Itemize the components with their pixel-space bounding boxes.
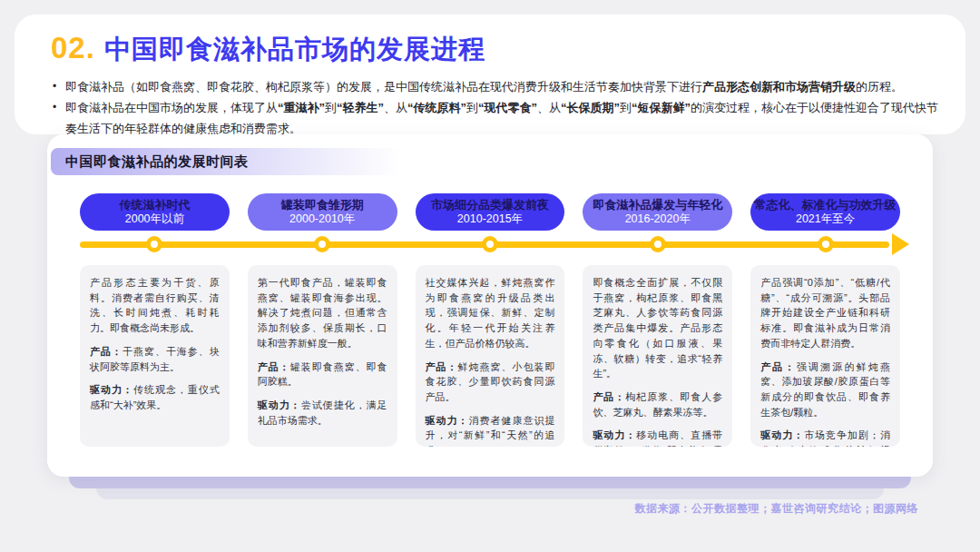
stage-pill: 即食滋补品爆发与年轻化2016-2020年 [583,193,732,231]
timeline-node-icon [314,236,330,252]
intro-bullet-list: 即食滋补品（如即食燕窝、即食花胶、枸杞原浆等）的发展，是中国传统滋补品在现代消费… [51,77,940,139]
stage-detail-box: 第一代即食产品，罐装即食燕窝、罐装即食海参出现。解决了炖煮问题，但通常含添加剂较… [248,265,397,447]
stage-period: 2016-2020年 [625,212,691,226]
stage-detail-paragraph: 产品：鲜炖燕窝、小包装即食花胶、少量即饮药食同源产品。 [426,360,555,405]
stage-period: 2000年以前 [125,212,184,226]
stage-detail-paragraph: 产品形态主要为干货、原料。消费者需自行购买、清洗、长时间炖煮、耗时耗力。即食概念… [90,275,220,336]
timeline-node-cell [416,233,565,255]
title-panel: 02. 中国即食滋补品市场的发展进程 即食滋补品（如即食燕窝、即食花胶、枸杞原浆… [15,15,965,134]
stage-name: 常态化、标准化与功效升级 [755,198,897,212]
stage-detail-paragraph: 产品：罐装即食燕窝、即食阿胶糕。 [258,360,387,389]
timeline-card-title: 中国即食滋补品的发展时间表 [51,148,432,175]
page-title: 中国即食滋补品市场的发展进程 [104,32,485,68]
timeline-card: 中国即食滋补品的发展时间表 传统滋补时代2000年以前罐装即食雏形期2000-2… [47,134,933,477]
timeline-node-icon [650,236,666,252]
stage-detail-paragraph: 产品：强调溯源的鲜炖燕窝、添加玻尿酸/胶原蛋白等新成分的即食饮品、即食养生茶包/… [760,360,890,420]
stage-name: 传统滋补时代 [119,198,190,212]
stage-detail-paragraph: 驱动力：移动电商、直播带货兴起；Z世代“朋克养生”需求爆发。 [593,428,722,447]
stage-name: 即食滋补品爆发与年轻化 [593,198,722,212]
timeline-node-cell [80,233,230,255]
stage-name: 市场细分品类爆发前夜 [431,198,549,212]
stage-pill: 罐装即食雏形期2000-2010年 [248,193,397,231]
stage-detail-paragraph: 驱动力：尝试便捷化，满足礼品市场需求。 [258,398,387,428]
stage-details-row: 产品形态主要为干货、原料。消费者需自行购买、清洗、长时间炖煮、耗时耗力。即食概念… [80,265,900,447]
stage-detail-box: 产品形态主要为干货、原料。消费者需自行购买、清洗、长时间炖煮、耗时耗力。即食概念… [80,265,230,447]
stage-detail-box: 社交媒体兴起，鲜炖燕窝作为即食燕窝的升级品类出现，强调短保、新鲜、定制化。年轻一… [416,265,565,447]
stage-detail-paragraph: 驱动力：传统观念，重仪式感和“大补”效果。 [90,382,220,412]
timeline-node-cell [248,233,397,255]
stage-period: 2021年至今 [796,212,855,226]
stage-detail-paragraph: 产品：枸杞原浆、即食人参饮、芝麻丸、酵素果冻等。 [593,389,722,419]
timeline-node-cell [750,233,900,255]
stage-detail-paragraph: 即食概念全面扩展，不仅限于燕窝，枸杞原浆、即食黑芝麻丸、人参饮等药食同源类产品集… [593,275,722,381]
stage-period: 2000-2010年 [289,212,355,226]
stage-pill: 市场细分品类爆发前夜2010-2015年 [416,193,565,231]
intro-bullet: 即食滋补品在中国市场的发展，体现了从“重滋补”到“轻养生”、从“传统原料”到“现… [51,98,940,140]
intro-bullet: 即食滋补品（如即食燕窝、即食花胶、枸杞原浆等）的发展，是中国传统滋补品在现代消费… [51,77,940,98]
stage-pill: 传统滋补时代2000年以前 [80,193,230,231]
stage-detail-paragraph: 驱动力：市场竞争加剧；消费者对功效成分的认知提高；国家对食品安全和溯源监管加强。 [760,428,890,447]
timeline-node-icon [146,236,162,252]
stage-detail-paragraph: 社交媒体兴起，鲜炖燕窝作为即食燕窝的升级品类出现，强调短保、新鲜、定制化。年轻一… [426,275,555,351]
timeline-node-icon [818,236,834,252]
stage-detail-paragraph: 第一代即食产品，罐装即食燕窝、罐装即食海参出现。解决了炖煮问题，但通常含添加剂较… [258,275,387,351]
stage-detail-paragraph: 产品强调“0添加”、“低糖/代糖”、“成分可溯源”。头部品牌开始建设全产业链和科… [760,275,890,351]
data-source-note: 数据来源：公开数据整理；嘉世咨询研究结论；图源网络 [635,501,919,517]
stage-detail-paragraph: 产品：干燕窝、干海参、块状阿胶等原料为主。 [90,344,220,374]
timeline-nodes-row [80,233,900,255]
stage-detail-paragraph: 驱动力：消费者健康意识提升，对“新鲜”和“天然”的追求。 [426,413,555,447]
stage-detail-box: 即食概念全面扩展，不仅限于燕窝，枸杞原浆、即食黑芝麻丸、人参饮等药食同源类产品集… [583,265,732,447]
stage-name: 罐装即食雏形期 [281,198,364,212]
stage-detail-box: 产品强调“0添加”、“低糖/代糖”、“成分可溯源”。头部品牌开始建设全产业链和科… [750,265,900,447]
stage-pills-row: 传统滋补时代2000年以前罐装即食雏形期2000-2010年市场细分品类爆发前夜… [80,193,900,231]
page-title-row: 02. 中国即食滋补品市场的发展进程 [51,31,965,68]
timeline [80,233,913,255]
section-number: 02. [51,31,95,65]
timeline-node-cell [583,233,732,255]
stage-pill: 常态化、标准化与功效升级2021年至今 [750,193,900,231]
stage-period: 2010-2015年 [457,212,523,226]
timeline-node-icon [482,236,498,252]
